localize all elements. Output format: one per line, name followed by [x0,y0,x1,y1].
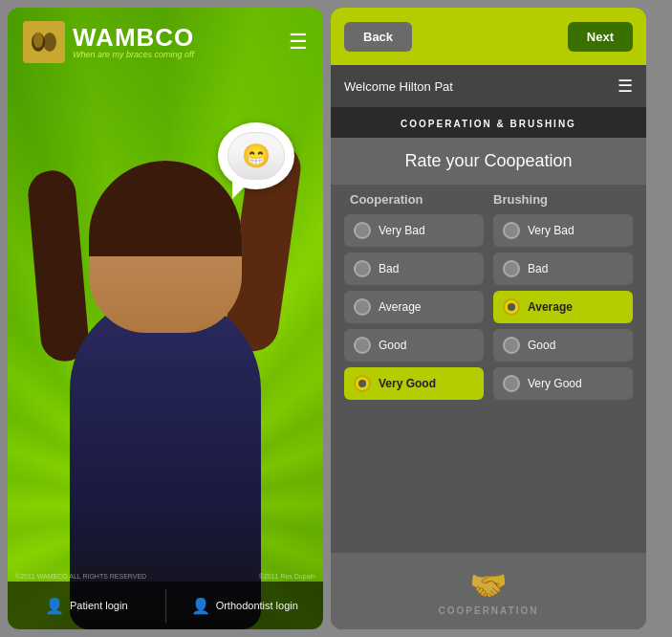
cooperation-very-bad[interactable]: Very Bad [344,214,484,247]
svg-point-2 [43,33,56,52]
brushing-average[interactable]: Average [493,291,633,323]
back-button[interactable]: Back [344,22,412,52]
brushing-bad[interactable]: Bad [493,253,633,285]
cooperation-very-good[interactable]: Very Good [344,367,484,400]
option-row-very-good: Very Good Very Good [344,367,633,400]
rate-title-area: Rate your Coopeation [331,138,646,185]
coop-bad-radio[interactable] [354,260,371,277]
orthodontist-icon: 👤 [191,597,210,615]
coop-very-good-radio-dot [358,380,366,387]
logo-area: WAMBCO When are my braces coming off [23,21,194,63]
teeth-icon: 😁 [242,143,271,169]
cooperation-good[interactable]: Good [344,329,484,362]
coopernation-icon: 🤝 [469,567,508,604]
logo-title: WAMBCO [73,25,194,50]
copyright-right: ©2011 Rex Dupain [259,573,315,580]
coop-average-label: Average [379,300,421,314]
menu-icon[interactable]: ☰ [289,30,308,55]
person-head [89,161,242,333]
section-header: COOPERATION & BRUSHING [331,107,646,138]
coop-very-bad-label: Very Bad [379,224,425,237]
logo-icon [23,21,65,63]
orthodontist-login-label: Orthodontist login [216,600,298,611]
brush-bad-label: Bad [528,262,548,275]
speech-bubble: 😁 [218,122,294,189]
brush-very-bad-label: Very Bad [528,224,574,237]
brush-average-label: Average [528,300,573,314]
brush-bad-radio[interactable] [503,260,520,277]
cooperation-average[interactable]: Average [344,291,484,323]
option-row-very-bad: Very Bad Very Bad [344,214,633,247]
person-hair-top [89,161,242,256]
patient-login-button[interactable]: 👤 Patient login [8,589,166,623]
cooperation-column-header: Cooperation [350,192,484,207]
user-name-label: Welcome Hilton Pat [344,79,453,94]
teeth-display: 😁 [228,132,285,180]
brush-very-bad-radio[interactable] [503,222,520,239]
logo-svg [26,24,62,60]
brush-good-radio[interactable] [503,337,520,354]
rate-title-text: Rate your Coopeation [404,151,572,170]
brushing-very-good[interactable]: Very Good [493,367,633,400]
brush-very-good-label: Very Good [528,377,582,390]
coopernation-logo: 🤝 COOPERNATION [439,567,539,616]
app-container: WAMBCO When are my braces coming off ☰ 😁… [0,0,672,637]
coop-bad-label: Bad [379,262,399,275]
brush-average-radio-dot [508,303,515,311]
top-navigation-bar: Back Next [331,8,646,65]
columns-header: Cooperation Brushing [331,185,646,214]
brush-good-label: Good [528,339,555,352]
svg-point-3 [33,33,43,48]
section-title: COOPERATION & BRUSHING [401,119,576,129]
cooperation-bad[interactable]: Bad [344,253,484,285]
coopernation-text: COOPERNATION [439,605,539,616]
option-row-bad: Bad Bad [344,253,633,285]
coop-good-label: Good [379,339,406,352]
options-area: Very Bad Very Bad Bad Bad [331,214,646,553]
right-footer: 🤝 COOPERNATION [331,553,646,629]
brush-very-good-radio[interactable] [503,375,520,392]
next-button[interactable]: Next [568,22,633,52]
option-row-good: Good Good [344,329,633,362]
coop-average-radio[interactable] [354,298,371,316]
logo-text-area: WAMBCO When are my braces coming off [73,25,194,59]
patient-login-label: Patient login [70,600,128,611]
logo-subtitle: When are my braces coming off [73,50,194,59]
brushing-very-bad[interactable]: Very Bad [493,214,633,247]
option-row-average: Average Average [344,291,633,323]
right-panel: Back Next Welcome Hilton Pat ☰ COOPERATI… [331,8,646,629]
coop-very-good-radio[interactable] [354,375,371,392]
left-footer: 👤 Patient login 👤 Orthodontist login [8,582,323,629]
left-header: WAMBCO When are my braces coming off ☰ [8,8,323,71]
coop-very-good-label: Very Good [379,377,436,390]
brushing-good[interactable]: Good [493,329,633,362]
brush-average-radio[interactable] [503,298,520,316]
left-panel: WAMBCO When are my braces coming off ☰ 😁… [8,8,323,629]
patient-icon: 👤 [45,597,64,615]
user-bar: Welcome Hilton Pat ☰ [331,65,646,107]
orthodontist-login-button[interactable]: 👤 Orthodontist login [166,589,324,623]
hamburger-menu-icon[interactable]: ☰ [618,76,633,97]
brushing-column-header: Brushing [493,192,627,207]
copyright-left: ©2011 WAMBCO ALL RIGHTS RESERVED [15,573,146,580]
coop-good-radio[interactable] [354,337,371,354]
coop-very-bad-radio[interactable] [354,222,371,239]
